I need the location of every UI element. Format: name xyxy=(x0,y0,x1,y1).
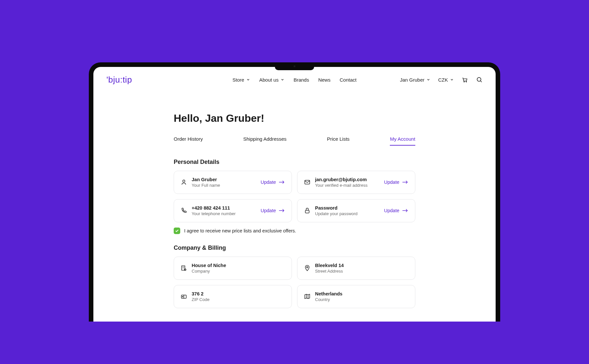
cart-icon[interactable] xyxy=(462,76,468,83)
chevron-down-icon xyxy=(426,78,430,82)
screen: 'bju:tip Store About us Brands News Con xyxy=(93,67,496,322)
nav-store-label: Store xyxy=(232,77,244,83)
personal-details-title: Personal Details xyxy=(174,159,415,166)
company-billing-grid: House of Niche Company Bleekveld 14 Stre… xyxy=(174,257,415,308)
full-name-label: Your Full name xyxy=(192,183,256,188)
map-icon xyxy=(304,293,310,300)
consent-label: I agree to receive new price lists and e… xyxy=(184,228,296,233)
nav-brands-label: Brands xyxy=(294,77,309,83)
logo[interactable]: 'bju:tip xyxy=(106,75,132,85)
page-title: Hello, Jan Gruber! xyxy=(174,112,415,124)
card-full-name: Jan Gruber Your Full name Update xyxy=(174,171,292,194)
user-name: Jan Gruber xyxy=(400,77,424,83)
update-password-button[interactable]: Update xyxy=(384,208,408,213)
nav-contact[interactable]: Contact xyxy=(340,77,357,83)
card-company: House of Niche Company xyxy=(174,257,292,280)
password-label: Update your password xyxy=(315,211,379,216)
svg-point-2 xyxy=(477,77,481,81)
country-label: Country xyxy=(315,297,408,302)
mail-icon xyxy=(304,179,310,185)
tab-my-account[interactable]: My Account xyxy=(390,136,415,146)
lock-icon xyxy=(304,207,310,214)
building-icon xyxy=(181,265,187,271)
main-nav: Store About us Brands News Contact xyxy=(232,77,357,83)
zip-value: 376 2 xyxy=(192,291,285,296)
nav-news[interactable]: News xyxy=(318,77,331,83)
device-notch xyxy=(275,62,314,70)
company-label: Company xyxy=(192,269,285,274)
card-content: 376 2 ZIP Code xyxy=(192,291,285,302)
arrow-right-icon xyxy=(279,180,285,184)
update-full-name-button[interactable]: Update xyxy=(261,180,285,185)
street-value: Bleekveld 14 xyxy=(315,263,408,268)
card-content: Jan Gruber Your Full name xyxy=(192,177,256,188)
tab-shipping-addresses[interactable]: Shipping Addresses xyxy=(243,136,287,146)
chevron-down-icon xyxy=(280,78,284,82)
arrow-right-icon xyxy=(402,208,408,213)
main-content: Hello, Jan Gruber! Order History Shippin… xyxy=(174,93,415,308)
chevron-down-icon xyxy=(246,78,250,82)
card-street: Bleekveld 14 Street Address xyxy=(297,257,415,280)
country-value: Netherlands xyxy=(315,291,408,296)
full-name-value: Jan Gruber xyxy=(192,177,256,182)
arrow-right-icon xyxy=(279,208,285,213)
email-value: jan.gruber@bjutip.com xyxy=(315,177,379,182)
svg-line-3 xyxy=(481,81,482,82)
card-password: Password Update your password Update xyxy=(297,199,415,222)
nav-about-us-label: About us xyxy=(259,77,279,83)
device-frame: 'bju:tip Store About us Brands News Con xyxy=(89,62,500,322)
nav-store[interactable]: Store xyxy=(232,77,250,83)
arrow-right-icon xyxy=(402,180,408,184)
svg-point-17 xyxy=(307,266,308,268)
update-label: Update xyxy=(261,180,276,185)
search-icon[interactable] xyxy=(476,76,483,83)
phone-label: Your telephone number xyxy=(192,211,256,216)
update-label: Update xyxy=(384,208,399,213)
tab-price-lists[interactable]: Price Lists xyxy=(327,136,349,146)
svg-rect-9 xyxy=(305,210,309,213)
mailbox-icon xyxy=(181,293,187,300)
consent-row: I agree to receive new price lists and e… xyxy=(174,228,415,234)
card-zip: 376 2 ZIP Code xyxy=(174,285,292,308)
nav-news-label: News xyxy=(318,77,331,83)
svg-point-20 xyxy=(182,296,183,297)
consent-checkbox[interactable] xyxy=(174,228,180,234)
card-email: jan.gruber@bjutip.com Your verified e-ma… xyxy=(297,171,415,194)
card-content: Netherlands Country xyxy=(315,291,408,302)
update-label: Update xyxy=(384,180,399,185)
nav-contact-label: Contact xyxy=(340,77,357,83)
update-email-button[interactable]: Update xyxy=(384,180,408,185)
account-tabs: Order History Shipping Addresses Price L… xyxy=(174,136,415,146)
card-content: jan.gruber@bjutip.com Your verified e-ma… xyxy=(315,177,379,188)
personal-details-grid: Jan Gruber Your Full name Update xyxy=(174,171,415,222)
email-label: Your verified e-mail address xyxy=(315,183,379,188)
company-value: House of Niche xyxy=(192,263,285,268)
street-label: Street Address xyxy=(315,269,408,274)
svg-point-4 xyxy=(183,180,185,182)
card-content: House of Niche Company xyxy=(192,263,285,274)
user-menu[interactable]: Jan Gruber xyxy=(400,77,430,83)
header: 'bju:tip Store About us Brands News Con xyxy=(93,67,496,93)
currency-selector[interactable]: CZK xyxy=(438,77,454,83)
chevron-down-icon xyxy=(450,78,454,82)
phone-value: +420 882 424 111 xyxy=(192,205,256,211)
card-phone: +420 882 424 111 Your telephone number U… xyxy=(174,199,292,222)
update-label: Update xyxy=(261,208,276,213)
update-phone-button[interactable]: Update xyxy=(261,208,285,213)
nav-brands[interactable]: Brands xyxy=(294,77,309,83)
nav-about-us[interactable]: About us xyxy=(259,77,284,83)
person-icon xyxy=(181,179,187,185)
svg-point-1 xyxy=(466,82,467,82)
card-content: Bleekveld 14 Street Address xyxy=(315,263,408,274)
card-country: Netherlands Country xyxy=(297,285,415,308)
password-value: Password xyxy=(315,205,379,211)
card-content: +420 882 424 111 Your telephone number xyxy=(192,205,256,216)
tab-order-history[interactable]: Order History xyxy=(174,136,203,146)
check-icon xyxy=(175,229,179,233)
map-pin-icon xyxy=(304,265,310,271)
svg-point-16 xyxy=(184,269,186,271)
company-billing-title: Company & Billing xyxy=(174,245,415,251)
user-nav: Jan Gruber CZK xyxy=(400,76,483,83)
currency-label: CZK xyxy=(438,77,448,83)
zip-label: ZIP Code xyxy=(192,297,285,302)
